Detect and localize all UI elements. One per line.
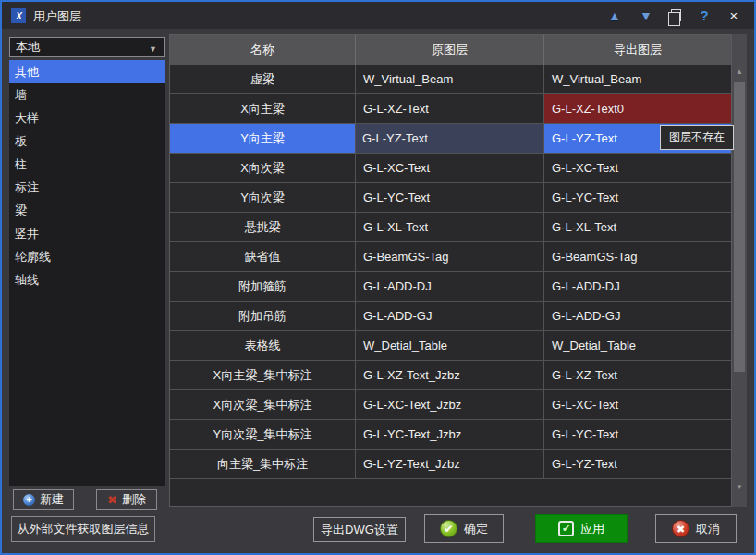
table-body: 虚梁 W_Virtual_Beam W_Virtual_Beam X向主梁 G-… <box>170 65 731 479</box>
cell-name[interactable]: X向次梁 <box>170 154 356 182</box>
arrow-down-icon: ▼ <box>640 8 652 23</box>
cancel-button[interactable]: ✖ 取消 <box>655 514 737 543</box>
category-list: 其他墙大样板柱标注梁竖井轮廓线轴线 <box>9 60 165 486</box>
export-dwg-settings-button[interactable]: 导出DWG设置 <box>313 517 406 542</box>
category-item[interactable]: 柱 <box>9 153 165 176</box>
table-row[interactable]: X向主梁 G-L-XZ-Text G-L-XZ-Text0 <box>170 94 731 124</box>
source-combo[interactable]: 本地 ▼ <box>9 37 165 57</box>
cell-name[interactable]: Y向次梁_集中标注 <box>170 420 356 449</box>
category-item[interactable]: 标注 <box>9 176 165 199</box>
new-button-label: 新建 <box>40 491 64 508</box>
cell-name[interactable]: Y向主梁 <box>170 124 356 153</box>
cell-source-layer[interactable]: G-L-ADD-GJ <box>356 302 544 330</box>
table-row[interactable]: 向主梁_集中标注 G-L-YZ-Text_Jzbz G-L-YZ-Text <box>170 450 731 479</box>
table-row[interactable]: Y向次梁_集中标注 G-L-YC-Text_Jzbz G-L-YC-Text <box>170 420 731 450</box>
cell-export-layer[interactable]: G-L-XC-Text <box>544 154 731 182</box>
toolbar-separator <box>91 489 91 510</box>
cell-export-layer[interactable]: W_Virtual_Beam <box>544 65 731 93</box>
ok-check-icon: ✔ <box>440 520 457 537</box>
cell-source-layer[interactable]: G-L-XC-Text_Jzbz <box>356 390 544 419</box>
cell-source-layer[interactable]: G-L-YZ-Text <box>356 124 544 153</box>
apply-button[interactable]: ✔ 应用 <box>535 514 628 543</box>
category-item[interactable]: 轴线 <box>9 268 165 291</box>
table-row[interactable]: X向次梁 G-L-XC-Text G-L-XC-Text <box>170 154 731 183</box>
copy-button[interactable] <box>664 5 688 26</box>
user-layers-dialog: X 用户图层 ▲ ▼ ? × 本地 ▼ 其他墙大样板柱标注梁竖井轮廓线轴线 + … <box>0 0 756 555</box>
scroll-up-icon[interactable]: ▲ <box>732 66 747 79</box>
cell-source-layer[interactable]: W_Detial_Table <box>356 331 544 360</box>
cell-name[interactable]: 表格线 <box>170 331 356 360</box>
cell-name[interactable]: Y向次梁 <box>170 183 356 212</box>
column-header-name[interactable]: 名称 <box>170 35 356 65</box>
close-button[interactable]: × <box>722 5 746 26</box>
table-row[interactable]: 虚梁 W_Virtual_Beam W_Virtual_Beam <box>170 65 731 94</box>
cell-export-layer[interactable]: W_Detial_Table <box>544 331 731 360</box>
new-button[interactable]: + 新建 <box>13 489 74 510</box>
table-row[interactable]: 缺省值 G-BeamGS-Tag G-BeamGS-Tag <box>170 242 731 272</box>
cancel-x-icon: ✖ <box>672 520 689 537</box>
export-dwg-settings-label: 导出DWG设置 <box>321 522 398 538</box>
category-item[interactable]: 竖井 <box>9 222 165 245</box>
cell-source-layer[interactable]: G-L-XL-Text <box>356 213 544 241</box>
cell-source-layer[interactable]: G-L-YC-Text <box>356 183 544 212</box>
column-header-export-layer[interactable]: 导出图层 <box>544 35 731 65</box>
move-up-button[interactable]: ▲ <box>603 5 627 26</box>
help-button[interactable]: ? <box>692 5 716 26</box>
cell-export-layer[interactable]: G-L-ADD-GJ <box>544 302 731 330</box>
cell-export-layer[interactable]: G-L-XL-Text <box>544 213 731 241</box>
cell-name[interactable]: X向主梁_集中标注 <box>170 361 356 389</box>
scroll-down-icon[interactable]: ▼ <box>732 481 747 494</box>
cell-source-layer[interactable]: G-L-ADD-DJ <box>356 272 544 301</box>
category-item[interactable]: 板 <box>9 130 165 153</box>
cell-name[interactable]: 附加吊筋 <box>170 302 356 330</box>
cell-source-layer[interactable]: G-L-XC-Text <box>356 154 544 182</box>
category-item[interactable]: 大样 <box>9 106 165 130</box>
category-item[interactable]: 轮廓线 <box>9 245 165 268</box>
table-row[interactable]: Y向主梁 G-L-YZ-Text G-L-YZ-Text <box>170 124 731 154</box>
ok-button-label: 确定 <box>464 521 488 537</box>
table-row[interactable]: Y向次梁 G-L-YC-Text G-L-YC-Text <box>170 183 731 213</box>
import-layers-button[interactable]: 从外部文件获取图层信息 <box>11 516 155 542</box>
table-row[interactable]: 悬挑梁 G-L-XL-Text G-L-XL-Text <box>170 213 731 242</box>
cell-source-layer[interactable]: G-L-YC-Text_Jzbz <box>356 420 544 449</box>
cell-name[interactable]: 虚梁 <box>170 65 356 93</box>
move-down-button[interactable]: ▼ <box>634 5 658 26</box>
cell-source-layer[interactable]: W_Virtual_Beam <box>356 65 544 93</box>
category-item[interactable]: 其他 <box>9 60 165 83</box>
delete-button[interactable]: ✖ 删除 <box>96 489 157 510</box>
scrollbar-thumb[interactable] <box>734 82 745 372</box>
cell-export-layer[interactable]: G-L-XC-Text <box>544 390 731 419</box>
table-row[interactable]: 附加吊筋 G-L-ADD-GJ G-L-ADD-GJ <box>170 302 731 331</box>
vertical-scrollbar[interactable]: ▲ ▼ <box>732 34 747 507</box>
table-row[interactable]: 表格线 W_Detial_Table W_Detial_Table <box>170 331 731 361</box>
titlebar[interactable]: X 用户图层 ▲ ▼ ? × <box>2 2 754 29</box>
cell-name[interactable]: 悬挑梁 <box>170 213 356 241</box>
cell-name[interactable]: 缺省值 <box>170 242 356 271</box>
delete-x-icon: ✖ <box>107 493 117 507</box>
cell-name[interactable]: X向次梁_集中标注 <box>170 390 356 419</box>
cell-export-layer[interactable]: G-L-XZ-Text0 <box>544 94 731 123</box>
cell-export-layer[interactable]: G-L-YC-Text <box>544 183 731 212</box>
ok-button[interactable]: ✔ 确定 <box>424 514 504 543</box>
cell-name[interactable]: 向主梁_集中标注 <box>170 450 356 478</box>
cell-source-layer[interactable]: G-L-XZ-Text <box>356 94 544 123</box>
cell-name[interactable]: X向主梁 <box>170 94 356 123</box>
cell-source-layer[interactable]: G-L-YZ-Text_Jzbz <box>356 450 544 478</box>
table-row[interactable]: X向主梁_集中标注 G-L-XZ-Text_Jzbz G-L-XZ-Text <box>170 361 731 390</box>
plus-icon: + <box>23 494 35 506</box>
category-item[interactable]: 梁 <box>9 199 165 222</box>
cell-export-layer[interactable]: G-L-XZ-Text <box>544 361 731 389</box>
layers-table: 名称 原图层 导出图层 虚梁 W_Virtual_Beam W_Virtual_… <box>169 34 732 507</box>
cell-source-layer[interactable]: G-L-XZ-Text_Jzbz <box>356 361 544 389</box>
table-row[interactable]: X向次梁_集中标注 G-L-XC-Text_Jzbz G-L-XC-Text <box>170 390 731 420</box>
cancel-button-label: 取消 <box>696 521 720 537</box>
cell-export-layer[interactable]: G-L-YZ-Text <box>544 450 731 478</box>
table-row[interactable]: 附加箍筋 G-L-ADD-DJ G-L-ADD-DJ <box>170 272 731 302</box>
cell-name[interactable]: 附加箍筋 <box>170 272 356 301</box>
cell-export-layer[interactable]: G-BeamGS-Tag <box>544 242 731 271</box>
cell-export-layer[interactable]: G-L-ADD-DJ <box>544 272 731 301</box>
cell-source-layer[interactable]: G-BeamGS-Tag <box>356 242 544 271</box>
column-header-source-layer[interactable]: 原图层 <box>356 35 544 65</box>
cell-export-layer[interactable]: G-L-YC-Text <box>544 420 731 449</box>
category-item[interactable]: 墙 <box>9 83 165 106</box>
